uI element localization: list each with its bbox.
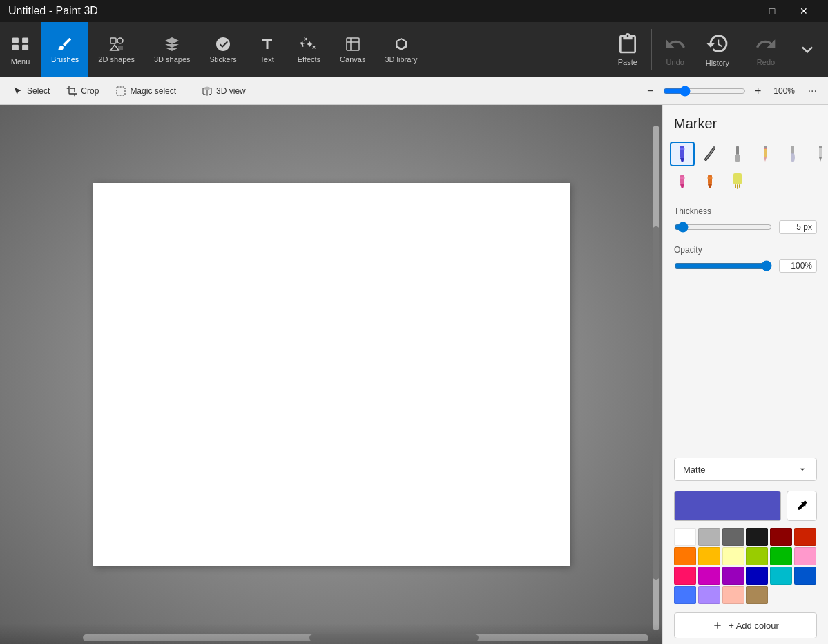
drawing-canvas[interactable] bbox=[93, 183, 570, 566]
toolbar-right: Paste Undo History Redo bbox=[607, 22, 828, 77]
toolbar-item-canvas[interactable]: Canvas bbox=[330, 22, 375, 77]
opacity-value: 100% bbox=[779, 259, 817, 273]
color-swatch[interactable] bbox=[674, 528, 696, 546]
menu-item[interactable]: Menu bbox=[0, 22, 41, 77]
color-swatch[interactable] bbox=[722, 547, 744, 565]
color-swatch[interactable] bbox=[674, 547, 696, 565]
vertical-scrollbar-thumb[interactable] bbox=[653, 226, 659, 580]
toolbar-redo-label: Redo bbox=[757, 58, 775, 66]
zoom-out-button[interactable]: − bbox=[642, 83, 659, 99]
toolbar-item-stickers[interactable]: Stickers bbox=[200, 22, 247, 77]
current-color-swatch[interactable] bbox=[674, 491, 781, 521]
svg-marker-6 bbox=[110, 45, 119, 50]
2dshapes-icon bbox=[108, 36, 125, 52]
color-swatch[interactable] bbox=[722, 567, 744, 585]
toolbar-item-text[interactable]: Text bbox=[247, 22, 288, 77]
paint-brush-icon bbox=[728, 172, 747, 191]
finish-dropdown[interactable]: Matte bbox=[674, 458, 817, 481]
svg-rect-1 bbox=[22, 37, 28, 43]
canvas-area[interactable] bbox=[0, 105, 662, 644]
color-swatch[interactable] bbox=[746, 567, 768, 585]
svg-rect-25 bbox=[680, 175, 684, 184]
brush-paint[interactable] bbox=[725, 169, 750, 194]
titlebar-controls: — □ ✕ bbox=[724, 0, 820, 22]
select-label: Select bbox=[27, 86, 50, 96]
stickers-icon bbox=[215, 36, 231, 52]
toolbar-item-3dshapes[interactable]: 3D shapes bbox=[144, 22, 200, 77]
svg-rect-32 bbox=[735, 184, 736, 188]
color-swatch[interactable] bbox=[698, 586, 720, 604]
finish-label: Matte bbox=[683, 465, 797, 475]
color-swatch[interactable] bbox=[722, 586, 744, 604]
zoom-controls: − + 100% ··· bbox=[642, 82, 822, 100]
close-button[interactable]: ✕ bbox=[788, 0, 820, 22]
horizontal-scrollbar-thumb[interactable] bbox=[309, 634, 479, 641]
color-swatch[interactable] bbox=[674, 567, 696, 585]
brush-marker[interactable] bbox=[670, 142, 695, 166]
svg-rect-27 bbox=[680, 177, 685, 179]
canvas-icon bbox=[345, 36, 361, 52]
brush-oil[interactable] bbox=[725, 142, 750, 166]
opacity-label: Opacity bbox=[674, 245, 817, 255]
svg-rect-33 bbox=[739, 184, 740, 188]
minimize-button[interactable]: — bbox=[724, 0, 756, 22]
eyedropper-button[interactable] bbox=[787, 491, 817, 521]
toolbar-paste[interactable]: Paste bbox=[607, 22, 648, 77]
svg-rect-19 bbox=[764, 148, 767, 149]
toolbar-redo[interactable]: Redo bbox=[745, 22, 787, 77]
toolbar-label-effects: Effects bbox=[298, 55, 320, 64]
brush-watercolor[interactable] bbox=[780, 142, 805, 166]
thickness-slider[interactable] bbox=[674, 222, 772, 233]
opacity-slider[interactable] bbox=[674, 260, 772, 271]
color-swatch[interactable] bbox=[746, 586, 768, 604]
color-swatch[interactable] bbox=[698, 528, 720, 546]
oil-brush-icon bbox=[728, 144, 747, 164]
toolbar-item-3dlibrary[interactable]: 3D library bbox=[375, 22, 427, 77]
horizontal-scrollbar[interactable] bbox=[83, 634, 648, 641]
brush-crayon-orange[interactable] bbox=[697, 169, 722, 194]
menu-icon bbox=[10, 33, 31, 55]
color-swatch[interactable] bbox=[698, 547, 720, 565]
vertical-scrollbar[interactable] bbox=[653, 126, 659, 630]
more-options-button[interactable]: ··· bbox=[802, 82, 822, 100]
color-swatch[interactable] bbox=[770, 528, 792, 546]
brush-pencil2[interactable] bbox=[808, 142, 828, 166]
toolbar-item-2dshapes[interactable]: 2D shapes bbox=[88, 22, 144, 77]
brush-grid bbox=[663, 139, 828, 201]
color-swatch[interactable] bbox=[746, 528, 768, 546]
toolbar-label-stickers: Stickers bbox=[210, 55, 237, 64]
toolbar-label-2dshapes: 2D shapes bbox=[98, 55, 135, 64]
maximize-button[interactable]: □ bbox=[756, 0, 788, 22]
brush-crayon-pink[interactable] bbox=[670, 169, 695, 194]
color-swatch[interactable] bbox=[794, 547, 816, 565]
3dview-button[interactable]: 3D view bbox=[195, 83, 253, 99]
color-swatch[interactable] bbox=[794, 528, 816, 546]
color-swatch[interactable] bbox=[722, 528, 744, 546]
color-swatch[interactable] bbox=[674, 586, 696, 604]
crop-button[interactable]: Crop bbox=[59, 83, 106, 99]
zoom-in-button[interactable]: + bbox=[750, 83, 767, 99]
color-swatch[interactable] bbox=[770, 547, 792, 565]
color-swatch[interactable] bbox=[746, 547, 768, 565]
brush-pencil[interactable] bbox=[753, 142, 778, 166]
add-color-button[interactable]: + Add colour bbox=[674, 612, 817, 638]
color-swatch[interactable] bbox=[794, 567, 816, 585]
svg-point-5 bbox=[117, 38, 123, 43]
toolbar-item-effects[interactable]: Effects bbox=[288, 22, 330, 77]
select-button[interactable]: Select bbox=[6, 83, 57, 99]
svg-rect-12 bbox=[680, 148, 685, 150]
sec-separator-1 bbox=[189, 83, 189, 99]
color-swatch[interactable] bbox=[698, 567, 720, 585]
toolbar-undo-label: Undo bbox=[666, 58, 684, 66]
brush-calligraphy[interactable] bbox=[697, 142, 722, 166]
magic-select-button[interactable]: Magic select bbox=[108, 83, 183, 99]
toolbar-undo[interactable]: Undo bbox=[655, 22, 696, 77]
toolbar-label-3dlibrary: 3D library bbox=[385, 55, 417, 64]
toolbar-history[interactable]: History bbox=[696, 22, 739, 77]
zoom-slider[interactable] bbox=[663, 86, 746, 97]
svg-rect-18 bbox=[764, 146, 767, 148]
svg-marker-23 bbox=[819, 157, 822, 162]
toolbar-item-brushes[interactable]: Brushes bbox=[41, 22, 88, 77]
toolbar-expand[interactable] bbox=[787, 22, 828, 77]
color-swatch[interactable] bbox=[770, 567, 792, 585]
